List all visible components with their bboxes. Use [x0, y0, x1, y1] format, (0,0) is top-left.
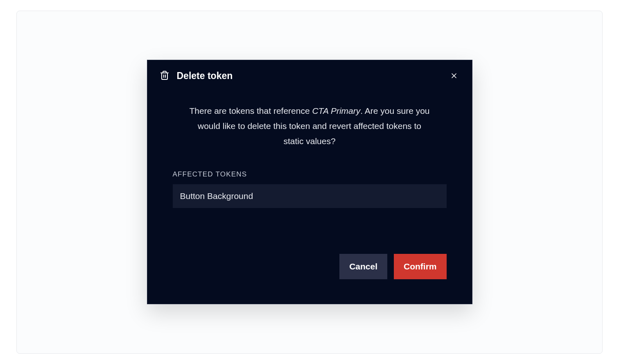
confirm-button[interactable]: Confirm	[394, 254, 447, 279]
modal-header: Delete token	[147, 60, 472, 86]
affected-tokens-label: Affected Tokens	[173, 170, 447, 179]
delete-token-modal: Delete token There are tokens that refer…	[147, 60, 472, 304]
affected-tokens-list: Button Background	[173, 184, 447, 208]
page-canvas: Delete token There are tokens that refer…	[16, 11, 603, 354]
description-token-name: CTA Primary	[312, 106, 360, 115]
description-prefix: There are tokens that reference	[189, 106, 312, 115]
modal-footer: Cancel Confirm	[147, 208, 472, 304]
trash-icon	[160, 70, 169, 81]
cancel-button[interactable]: Cancel	[339, 254, 387, 279]
modal-title-wrap: Delete token	[160, 70, 233, 81]
modal-body: There are tokens that reference CTA Prim…	[147, 86, 472, 208]
affected-token-item: Button Background	[173, 184, 447, 208]
close-button[interactable]	[448, 70, 460, 81]
modal-description: There are tokens that reference CTA Prim…	[187, 104, 432, 149]
close-icon	[450, 72, 458, 80]
modal-title: Delete token	[177, 70, 233, 81]
